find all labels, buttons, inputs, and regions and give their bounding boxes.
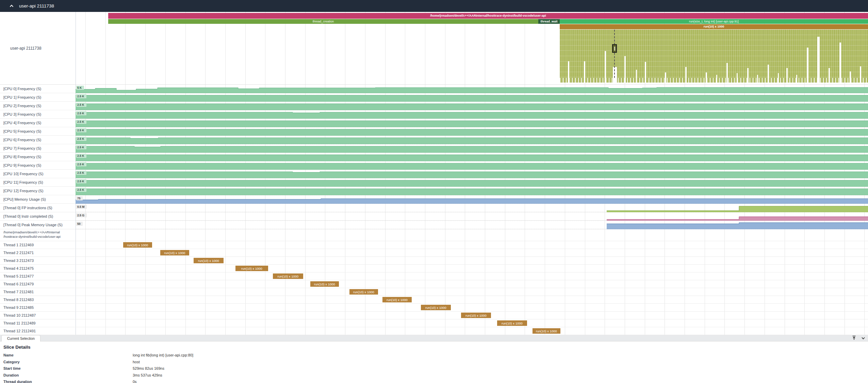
thread-slice[interactable]: run(10) x 1000 [382,297,412,302]
thread-track-label: Thread 8 2112483 [3,296,34,303]
counter-value-badge: 2.5 K [76,94,86,98]
counter-track-row: [CPU 0] Frequency (S)5 K [0,85,868,93]
thread-track-label: Thread 4 2112475 [3,265,34,272]
counter-chart[interactable]: 2.5 K [76,136,868,144]
counter-value-badge: 2.5 K [76,137,86,141]
flame-gap [807,48,808,83]
thread-track-row: Thread 11 2112489run(10) x 1000 [0,319,868,327]
counter-track-label: [CPU 0] Frequency (S) [3,85,41,93]
thread-slice[interactable]: run(10) x 1000 [235,266,268,271]
thread-slice[interactable]: run(10) x 1000 [497,320,527,326]
process-group-header[interactable]: user-api 2111738 [0,0,868,12]
counter-chart[interactable]: 2.5 K [76,187,868,195]
thread-creation-slice[interactable]: thread_creation [108,19,538,24]
counter-track-row: [CPU 3] Frequency (S)2.5 K [0,110,868,119]
run-sizet-slice[interactable]: run(size_t, long int) [user-api.cpp:91] [560,19,868,24]
selected-slice-glyph [614,47,615,51]
detail-label: Name [3,353,14,357]
chevron-down-icon[interactable] [861,335,865,342]
counter-track-row: [CPU 2] Frequency (S)2.5 K [0,102,868,110]
thread-slice[interactable]: run(10) x 1000 [461,313,491,318]
counter-chart[interactable]: 5 K [76,85,868,93]
counter-track-row: [CPU 11] Frequency (S)2.5 K [0,178,868,187]
thread-track-label: Thread 5 2112477 [3,272,34,280]
slice-details-heading: Slice Details [3,345,31,350]
counter-chart[interactable]: 50 [76,221,868,229]
process-track[interactable]: user-api 2111738 /home/jrmadsen/devel/c+… [0,12,868,85]
counter-value-badge: 75 [76,196,83,200]
counter-chart[interactable]: 75 [76,195,868,204]
counter-chart[interactable]: 2.5 G [76,212,868,221]
thread-slice[interactable]: run(10) x 1000 [273,273,303,279]
counter-chart[interactable]: 2.5 K [76,178,868,187]
counter-chart[interactable]: 2.5 K [76,102,868,110]
detail-value: 3ms 537us 429ns [133,373,162,377]
counter-track-row: [CPU 4] Frequency (S)2.5 K [0,119,868,127]
counter-value-badge: 2.5 K [76,120,86,124]
counter-chart[interactable]: 2.5 K [76,153,868,161]
counter-chart[interactable]: 2.5 K [76,161,868,170]
thread-track-row: Thread 2 2112471run(10) x 1000 [0,249,868,257]
counter-track-label: [CPU 11] Frequency (S) [3,178,43,186]
counter-track-label: [Thread 0] Peak Memory Usage (S) [3,221,63,229]
counter-chart[interactable]: 2.5 K [76,127,868,136]
thread-track-label: Thread 12 2112491 [3,327,36,335]
counter-track-label: [CPU 2] Frequency (S) [3,102,41,110]
flame-chart[interactable] [560,30,868,83]
counter-chart[interactable]: 2.5 K [76,170,868,178]
counter-chart[interactable]: 2.5 K [76,144,868,153]
counter-track-row: [CPU 5] Frequency (S)2.5 K [0,127,868,136]
detail-label: Start time [3,366,21,370]
counter-track-row: [CPU 9] Frequency (S)2.5 K [0,161,868,170]
selection-tabbar: Current Selection [0,335,868,342]
counter-track-row: [CPU 12] Frequency (S)2.5 K [0,187,868,195]
tab-current-selection[interactable]: Current Selection [1,335,40,342]
counter-chart[interactable]: 2.5 K [76,110,868,119]
thread-track-label: Thread 9 2112485 [3,304,34,311]
thread-track-row: Thread 6 2112479run(10) x 1000 [0,280,868,288]
detail-label: Category [3,360,20,364]
counter-value-badge: 5 K [76,86,84,90]
trace-viewer: user-api 2111738 user-api 2111738 /home/… [0,0,868,383]
process-path-track[interactable]: /home/jrmadsen/devel/c++/AARInternal /ho… [0,229,868,241]
detail-value: long int fib(long int) [user-api.cpp:80] [133,353,193,357]
counter-chart[interactable]: 0.5 M [76,204,868,212]
counter-track-label: [CPU 7] Frequency (S) [3,144,41,152]
counter-value-badge: 2.5 K [76,128,86,132]
thread-track-row: Thread 8 2112483run(10) x 1000 [0,296,868,304]
counter-track-row: [CPU 6] Frequency (S)2.5 K [0,136,868,144]
flame-gap [839,43,841,83]
counter-track-label: [CPU 8] Frequency (S) [3,153,41,161]
thread-track-label: Thread 3 2112473 [3,257,34,264]
counter-value-badge: 50 [76,222,83,226]
thread-slice[interactable]: run(10) x 1000 [123,242,152,248]
thread-track-label: Thread 1 2112469 [3,241,34,249]
thread-slice[interactable]: run(10) x 1000 [310,281,339,287]
path-slice[interactable]: /home/jrmadsen/devel/c++/AARInternal/hos… [108,13,868,19]
chevron-up-icon[interactable] [9,3,14,9]
thread-slice[interactable]: run(10) x 1000 [349,289,378,295]
counter-track-row: [CPU 8] Frequency (S)2.5 K [0,153,868,161]
thread-track-row: Thread 3 2112473run(10) x 1000 [0,257,868,265]
run10-slice[interactable]: run(10) x 1000 [560,24,868,29]
counter-track-label: [CPU 12] Frequency (S) [3,187,43,195]
selection-cursor-line [614,30,615,78]
counter-value-badge: 2.5 K [76,111,86,115]
detail-value: host [133,360,140,364]
thread-wait-slice[interactable]: thread_wait [538,19,560,24]
counter-track-label: [CPU 5] Frequency (S) [3,127,41,135]
thread-slice[interactable]: run(10) x 1000 [533,328,560,334]
flame-bottom-strip [560,78,868,83]
counter-track-label: [CPU 10] Frequency (S) [3,170,43,178]
thread-slice[interactable]: run(10) x 1000 [160,250,189,255]
detail-label: Duration [3,373,19,377]
counter-chart[interactable]: 2.5 K [76,119,868,127]
detail-value: 529ms 82us 169ns [133,366,164,370]
thread-track-row: Thread 10 2112487run(10) x 1000 [0,312,868,319]
vertical-align-top-icon[interactable] [852,335,856,342]
thread-slice[interactable]: run(10) x 1000 [421,305,451,310]
thread-slice[interactable]: run(10) x 1000 [194,258,224,263]
thread-track-row: Thread 7 2112481run(10) x 1000 [0,288,868,296]
counter-chart[interactable]: 2.5 K [76,93,868,102]
selected-slice[interactable] [612,44,617,53]
